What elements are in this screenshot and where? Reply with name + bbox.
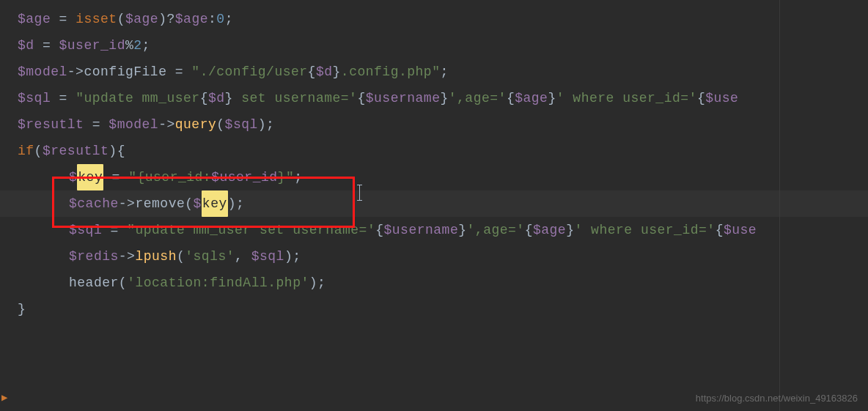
comma: ,	[235, 243, 251, 270]
string: ',age='	[467, 217, 525, 243]
brace: {	[507, 85, 515, 111]
variable: $sql	[225, 111, 258, 138]
op-eq: =	[34, 32, 59, 59]
semicolon: ;	[236, 190, 244, 217]
brace: }	[440, 85, 448, 111]
string: "./config/user	[191, 59, 307, 85]
brace: }	[548, 85, 556, 111]
brace-close: }	[18, 296, 26, 322]
semicolon: ;	[294, 164, 302, 190]
paren: )	[258, 111, 266, 138]
variable: $age	[18, 6, 51, 32]
text-cursor	[359, 185, 360, 201]
paren: (	[177, 243, 185, 270]
variable: $use	[705, 85, 738, 111]
brace: {	[375, 217, 383, 243]
variable: $resutlt	[18, 111, 84, 138]
paren: )	[228, 190, 236, 217]
code-line[interactable]: $sql = "update mm_user set username='{$u…	[18, 217, 868, 243]
variable: $d	[208, 85, 225, 111]
op-eq: =	[51, 6, 76, 32]
code-line[interactable]: $sql = "update mm_user{$d} set username=…	[18, 85, 868, 111]
breakpoint-chevron-icon[interactable]: ▶	[1, 391, 8, 404]
variable: $model	[108, 111, 158, 138]
variable: $username	[366, 85, 441, 111]
number: 0	[216, 6, 224, 32]
code-editor[interactable]: $age = isset($age)?$age:0; $d = $user_id…	[0, 0, 868, 322]
variable: $user_id	[211, 164, 277, 190]
brace: }	[458, 217, 466, 243]
brace: {	[357, 85, 365, 111]
arrow: ->	[67, 59, 84, 85]
function-name: query	[175, 111, 217, 138]
brace: {	[200, 85, 208, 111]
code-line[interactable]: $key = "{user_id:$user_id}";	[18, 164, 868, 190]
paren: (	[34, 138, 43, 164]
string: 'sqls'	[185, 243, 235, 270]
brace: {	[525, 217, 533, 243]
string: "{user_id:	[128, 164, 211, 190]
variable: $d	[18, 32, 34, 59]
paren-brace: ){	[108, 138, 125, 164]
op-eq: =	[51, 85, 76, 111]
variable: $resutlt	[43, 138, 108, 164]
highlighted-text: key	[77, 164, 103, 190]
string: 'location:findAll.php'	[127, 270, 309, 296]
code-line[interactable]: if($resutlt){	[18, 138, 868, 164]
string: "update mm_user	[76, 85, 200, 111]
brace: {	[308, 59, 316, 85]
variable: $age	[515, 85, 548, 111]
brace: }	[225, 85, 233, 111]
variable: $d	[316, 59, 333, 85]
paren: )?	[158, 6, 175, 32]
string: ',age='	[449, 85, 507, 111]
variable: $age	[175, 6, 208, 32]
code-line-current[interactable]: $cache->remove($key);	[18, 190, 868, 217]
code-line[interactable]: $d = $user_id%2;	[18, 32, 868, 59]
code-line[interactable]: $resutlt = $model->query($sql);	[18, 111, 868, 138]
semicolon: ;	[317, 270, 326, 296]
brace: }	[566, 217, 574, 243]
arrow: ->	[119, 243, 136, 270]
variable: $username	[384, 217, 459, 243]
semicolon: ;	[266, 111, 274, 138]
keyword-isset: isset	[76, 6, 117, 32]
semicolon: ;	[142, 32, 150, 59]
string: }"	[278, 164, 295, 190]
variable-dollar: $	[194, 190, 202, 217]
code-line[interactable]: $redis->lpush('sqls', $sql);	[18, 243, 868, 270]
variable: $redis	[69, 243, 119, 270]
keyword-if: if	[18, 138, 34, 164]
variable: $sql	[69, 217, 102, 243]
paren: (	[216, 111, 224, 138]
watermark-text: https://blog.csdn.net/weixin_49163826	[696, 393, 858, 404]
code-line[interactable]: header('location:findAll.php');	[18, 270, 868, 296]
code-line[interactable]: $model->configFile = "./config/user{$d}.…	[18, 59, 868, 85]
op-eq: =	[103, 164, 128, 190]
function-name: lpush	[135, 243, 177, 270]
arrow: ->	[119, 190, 136, 217]
code-line[interactable]: }	[18, 296, 868, 322]
variable-dollar: $	[69, 164, 77, 190]
string: ' where user_id='	[575, 217, 716, 243]
paren: )	[284, 243, 293, 270]
arrow: ->	[158, 111, 175, 138]
string: "update mm_user set username='	[127, 217, 375, 243]
highlighted-text: key	[202, 190, 228, 217]
property: configFile	[84, 59, 166, 85]
function-name: header	[69, 270, 119, 296]
code-line[interactable]: $age = isset($age)?$age:0;	[18, 6, 868, 32]
semicolon: ;	[293, 243, 301, 270]
variable: $age	[533, 217, 566, 243]
op-eq: =	[166, 59, 191, 85]
variable: $use	[724, 217, 757, 243]
paren: (	[119, 270, 127, 296]
variable: $cache	[69, 190, 119, 217]
string: .config.php"	[341, 59, 441, 85]
brace: {	[697, 85, 705, 111]
variable: $sql	[251, 243, 284, 270]
colon: :	[208, 6, 216, 32]
variable: $sql	[18, 85, 51, 111]
op-mod: %	[125, 32, 133, 59]
op-eq: =	[84, 111, 108, 138]
